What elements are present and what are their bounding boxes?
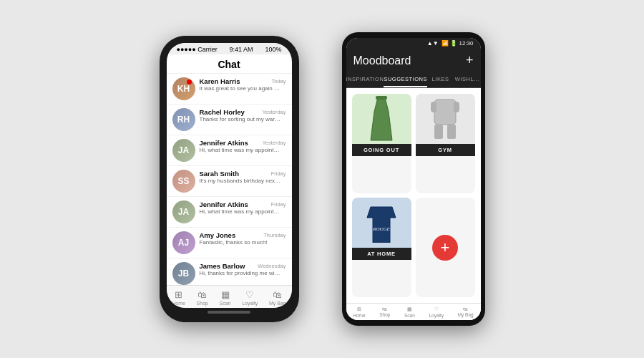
svg-marker-7: [367, 207, 396, 243]
chat-content-amy: Amy Jones Thursday Fantastic, thanks so …: [200, 231, 286, 246]
at-home-label: AT HOME: [352, 248, 411, 260]
chat-item-james[interactable]: JB James Barlow Wednesday Hi, thanks for…: [167, 258, 292, 285]
chat-msg: Hi, thanks for providing me with those e…: [200, 270, 282, 277]
battery-label: 100%: [265, 46, 281, 53]
svg-rect-4: [454, 102, 459, 112]
avatar-sarah: SS: [172, 170, 195, 193]
chat-msg: Thanks for sorting out my wardrobe recen…: [200, 116, 282, 123]
avatar-karen: KH: [172, 77, 195, 100]
add-moodboard-button[interactable]: +: [466, 53, 474, 68]
chat-msg: It's my husbands birthday next month and…: [200, 178, 282, 185]
tab-suggestions[interactable]: SUGGESTIONS: [384, 72, 427, 87]
bottom-nav-loyalty[interactable]: ♡ Loyalty: [242, 289, 258, 306]
gym-label: GYM: [416, 144, 475, 156]
chat-item-jennifer[interactable]: JA Jennifer Atkins Yesterday Hi, what ti…: [167, 135, 292, 166]
chat-msg: Fantastic, thanks so much!: [200, 239, 282, 246]
mood-grid: GOING OUT GYM: [346, 88, 481, 303]
svg-rect-3: [431, 102, 436, 112]
android-header: Moodboard +: [346, 49, 481, 72]
iphone-status-bar: ●●●●● Carrier 9:41 AM 100%: [167, 43, 292, 54]
avatar-jennifer: JA: [172, 139, 195, 162]
iphone-bottom-bar: ⊞ Home 🛍 Shop ▦ Scan ♡ Loyalty 🛍 My Bag: [167, 285, 292, 308]
avatar-james: JB: [172, 262, 195, 285]
android-shop-label: Shop: [379, 312, 390, 317]
chat-item-amy[interactable]: AJ Amy Jones Thursday Fantastic, thanks …: [167, 228, 292, 258]
iphone-screen: ●●●●● Carrier 9:41 AM 100% Chat KH Karen…: [167, 43, 292, 308]
svg-rect-2: [434, 100, 456, 125]
chat-name: Rachel Horley: [200, 108, 245, 116]
chat-content-karen: Karen Harris Today It was great to see y…: [200, 77, 286, 92]
chat-content-james: James Barlow Wednesday Hi, thanks for pr…: [200, 262, 286, 277]
home-icon: ⊞: [175, 289, 182, 300]
chat-name: Sarah Smith: [200, 170, 239, 178]
chat-name: Jennifer Atkins: [200, 139, 248, 147]
chat-item-jennifer2[interactable]: JA Jennifer Atkins Friday Hi, what time …: [167, 197, 292, 228]
chat-time: Yesterday: [262, 140, 286, 146]
tab-likes[interactable]: LIKES: [427, 72, 454, 87]
android-scan-label: Scan: [404, 313, 415, 318]
android-nav-bag[interactable]: 🛍 My Bag: [458, 306, 474, 318]
bottom-nav-shop[interactable]: 🛍 Shop: [197, 289, 208, 306]
android-shop-icon: 🛍: [382, 306, 387, 311]
mood-card-going-out[interactable]: GOING OUT: [352, 94, 411, 193]
android-nav-shop[interactable]: 🛍 Shop: [379, 306, 390, 318]
chat-title: Chat: [167, 54, 292, 74]
time-label: 9:41 AM: [230, 46, 253, 53]
svg-rect-5: [434, 125, 443, 139]
at-home-image: ROUGE: [352, 198, 411, 248]
bottom-nav-scan[interactable]: ▦ Scan: [220, 289, 231, 306]
chat-item-karen[interactable]: KH Karen Harris Today It was great to se…: [167, 74, 292, 105]
chat-content-sarah: Sarah Smith Friday It's my husbands birt…: [200, 170, 286, 185]
chat-msg: Hi, what time was my appointment for thi…: [200, 208, 282, 216]
mood-card-gym[interactable]: GYM: [416, 94, 475, 193]
android-screen: ▲▼ 📶 🔋 12:30 Moodboard + INSPIRATION SUG…: [346, 38, 481, 320]
iphone-device: ●●●●● Carrier 9:41 AM 100% Chat KH Karen…: [160, 36, 299, 322]
chat-content-jennifer2: Jennifer Atkins Friday Hi, what time was…: [200, 200, 286, 216]
chat-msg: Hi, what time was my appointment for thi…: [200, 147, 282, 154]
chat-time: Yesterday: [262, 109, 286, 115]
home-indicator: [208, 311, 250, 314]
avatar-jennifer2: JA: [172, 200, 195, 223]
chat-msg: It was great to see you again earlier. L…: [200, 85, 282, 92]
carrier-label: ●●●●● Carrier: [177, 46, 218, 53]
shop-icon: 🛍: [197, 289, 207, 300]
scan-label: Scan: [220, 301, 231, 306]
chat-name: Jennifer Atkins: [200, 200, 248, 208]
mood-card-at-home[interactable]: ROUGE AT HOME: [352, 198, 411, 297]
android-home-icon: ⊞: [357, 306, 361, 312]
android-bottom-bar: ⊞ Home 🛍 Shop ▦ Scan ♡ Loyalty 🛍 My Bag: [346, 303, 481, 320]
chat-item-sarah[interactable]: SS Sarah Smith Friday It's my husbands b…: [167, 166, 292, 197]
android-bag-label: My Bag: [458, 312, 474, 317]
avatar-rachel: RH: [172, 108, 195, 131]
android-nav-home[interactable]: ⊞ Home: [353, 306, 365, 318]
bag-label: My Bag: [269, 301, 286, 306]
android-status-right: ▲▼ 📶 🔋 12:30: [427, 40, 474, 47]
chat-name: Karen Harris: [200, 77, 240, 85]
home-label: Home: [172, 301, 185, 306]
chat-time: Thursday: [263, 232, 286, 238]
going-out-label: GOING OUT: [352, 144, 411, 156]
tab-wishlist[interactable]: WISHL...: [454, 72, 480, 87]
unread-indicator: [187, 79, 192, 84]
loyalty-icon: ♡: [245, 289, 254, 300]
svg-rect-6: [447, 125, 456, 139]
svg-marker-0: [371, 97, 392, 140]
android-status-bar: ▲▼ 📶 🔋 12:30: [346, 38, 481, 49]
svg-text:ROUGE: ROUGE: [372, 226, 390, 232]
bag-icon: 🛍: [273, 289, 282, 300]
scan-icon: ▦: [221, 289, 230, 300]
android-nav-loyalty[interactable]: ♡ Loyalty: [429, 306, 444, 318]
chat-time: Friday: [271, 201, 286, 208]
android-home-label: Home: [353, 313, 365, 318]
android-nav-scan[interactable]: ▦ Scan: [404, 306, 415, 318]
bottom-nav-bag[interactable]: 🛍 My Bag: [269, 289, 286, 306]
going-out-image: [352, 94, 411, 144]
add-item-button[interactable]: +: [432, 235, 458, 261]
chat-item-rachel[interactable]: RH Rachel Horley Yesterday Thanks for so…: [167, 105, 292, 135]
mood-add-card[interactable]: +: [416, 198, 475, 297]
chat-list: KH Karen Harris Today It was great to se…: [167, 74, 292, 285]
svg-rect-1: [376, 96, 387, 100]
bottom-nav-home[interactable]: ⊞ Home: [172, 289, 185, 306]
tab-inspiration[interactable]: INSPIRATION: [346, 72, 384, 87]
android-scan-icon: ▦: [407, 306, 412, 312]
